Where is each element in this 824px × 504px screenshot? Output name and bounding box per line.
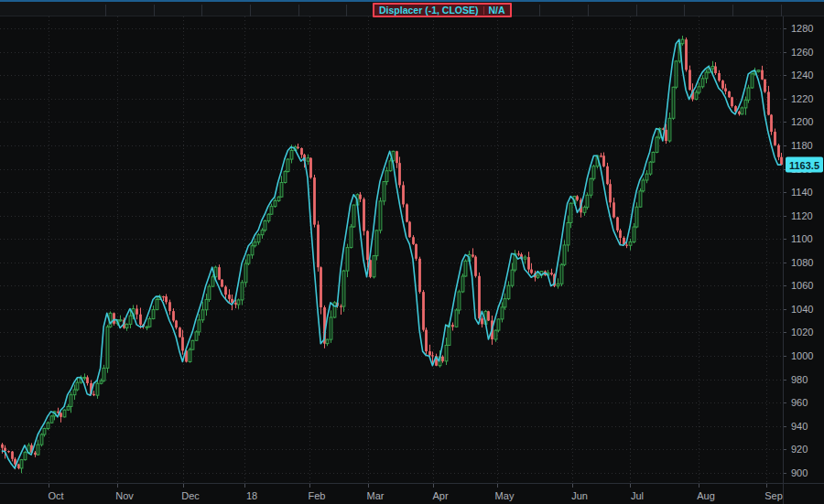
price-axis-label: 1080 — [791, 257, 813, 268]
header-divider — [105, 5, 106, 16]
price-axis-tick — [784, 239, 786, 240]
price-axis-tick — [784, 263, 786, 263]
header-divider — [298, 5, 299, 16]
price-axis-tick — [784, 356, 786, 357]
price-axis-tick — [784, 449, 786, 450]
time-axis-label: Dec — [181, 490, 200, 501]
price-axis-label: 1040 — [791, 304, 813, 315]
price-axis-label: 1000 — [791, 350, 813, 361]
time-axis-label: Jun — [571, 490, 588, 501]
time-axis-tick — [497, 484, 498, 488]
price-axis-tick — [784, 309, 786, 310]
header-divider — [346, 5, 347, 16]
price-axis-tick — [784, 426, 786, 427]
price-axis-tick — [784, 75, 786, 76]
time-axis[interactable]: OctNovDec18FebMarAprMayJunJulAugSep — [0, 483, 824, 504]
time-axis-label: 18 — [246, 490, 257, 501]
price-axis-label: 1220 — [791, 93, 813, 104]
price-axis-tick — [784, 192, 786, 193]
time-axis-label: Apr — [432, 490, 448, 501]
header-divider — [154, 5, 155, 16]
study-label-separator — [483, 6, 484, 15]
price-axis-label: 1060 — [791, 280, 813, 291]
time-axis-tick — [49, 484, 49, 488]
time-axis-label: Nov — [115, 490, 134, 501]
price-axis-label: 1260 — [791, 47, 813, 58]
header-divider — [539, 5, 540, 16]
time-axis-label: Jul — [631, 490, 644, 501]
price-axis-tick — [784, 332, 786, 333]
study-label-badge[interactable]: Displacer (-1, CLOSE) N/A — [373, 3, 512, 17]
price-axis-label: 1140 — [791, 187, 813, 198]
price-axis-tick — [784, 380, 786, 381]
header-divider — [684, 5, 685, 16]
price-axis-label: 1020 — [791, 327, 813, 338]
price-axis-tick — [784, 99, 786, 100]
price-axis-label: 1180 — [791, 140, 813, 151]
study-value: N/A — [489, 5, 505, 16]
price-axis-tick — [784, 473, 786, 474]
header-divider — [250, 5, 251, 16]
time-axis-label: May — [495, 490, 515, 501]
price-axis-tick — [784, 52, 786, 53]
time-axis-tick — [572, 484, 573, 488]
price-axis-tick — [784, 216, 786, 217]
price-axis-label: 1240 — [791, 70, 813, 80]
price-axis-label: 980 — [791, 374, 808, 385]
study-name: Displacer (-1, CLOSE) — [379, 5, 479, 16]
header-divider — [636, 5, 637, 16]
time-axis-tick — [699, 484, 699, 488]
price-axis[interactable]: 1163.5 128012601240122012001180116011401… — [783, 16, 824, 483]
price-axis-label: 1100 — [791, 233, 813, 244]
price-axis-label: 900 — [791, 467, 808, 478]
price-axis-label: 920 — [791, 444, 808, 455]
header-divider — [781, 5, 782, 16]
price-axis-label: 1280 — [791, 23, 813, 34]
time-axis-tick — [766, 484, 767, 488]
header-divider — [732, 5, 733, 16]
price-axis-tick — [784, 28, 786, 29]
time-axis-tick — [117, 484, 118, 488]
price-axis-label: 940 — [791, 421, 808, 432]
time-axis-label: Sep — [764, 490, 783, 501]
header-divider — [201, 5, 202, 16]
price-chart-canvas[interactable] — [0, 16, 783, 483]
time-axis-label: Oct — [48, 490, 63, 501]
price-axis-label: 1200 — [791, 116, 813, 127]
time-axis-tick — [183, 484, 184, 488]
chart-window: Displacer (-1, CLOSE) N/A 1163.5 1280126… — [0, 0, 824, 504]
time-axis-tick — [244, 484, 245, 488]
time-axis-tick — [309, 484, 310, 488]
price-axis-tick — [784, 145, 786, 146]
price-axis-label: 960 — [791, 397, 808, 408]
time-axis-label: Mar — [367, 490, 385, 501]
time-axis-tick — [433, 484, 434, 488]
chart-header-strip: Displacer (-1, CLOSE) N/A — [0, 0, 824, 16]
price-axis-tick — [784, 402, 786, 403]
time-axis-tick — [630, 484, 631, 488]
price-axis-tick — [784, 122, 786, 123]
time-axis-tick — [368, 484, 369, 488]
price-axis-tick — [784, 285, 786, 286]
last-price-badge: 1163.5 — [786, 157, 823, 173]
header-divider — [588, 5, 589, 16]
time-axis-label: Aug — [697, 490, 715, 501]
price-axis-label: 1120 — [791, 210, 813, 221]
time-axis-label: Feb — [309, 490, 326, 501]
axis-corner — [783, 483, 824, 504]
